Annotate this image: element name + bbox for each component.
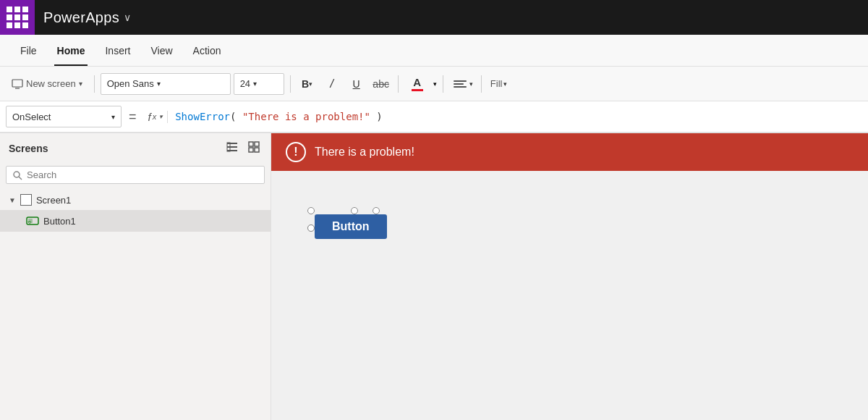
font-color-button[interactable]: A <box>404 73 430 95</box>
font-color-label: A <box>413 76 421 88</box>
svg-rect-9 <box>255 142 259 146</box>
svg-point-12 <box>14 172 20 177</box>
size-caret: ▾ <box>253 80 257 88</box>
svg-rect-0 <box>12 80 22 87</box>
screen1-label: Screen1 <box>36 195 71 206</box>
error-icon: ! <box>286 142 306 162</box>
menu-bar: File Home Insert View Action <box>0 35 868 67</box>
sidebar: Screens <box>0 133 271 420</box>
new-screen-label: New screen <box>26 78 76 89</box>
fx-button[interactable]: fx ▾ <box>144 111 169 123</box>
grid-view-icon[interactable] <box>246 139 262 157</box>
fill-caret[interactable]: ▾ <box>503 80 507 88</box>
app-title: PowerApps <box>43 9 119 26</box>
canvas[interactable]: ! There is a problem! Button <box>271 133 868 420</box>
toolbar: New screen ▾ Open Sans ▾ 24 ▾ B ▾ / U ab… <box>0 67 868 101</box>
canvas-content: Button <box>271 171 868 420</box>
underline-label: U <box>353 78 360 90</box>
screen-icon-screen1 <box>20 194 32 206</box>
fx-caret[interactable]: ▾ <box>159 113 163 120</box>
font-color-bar <box>412 89 423 91</box>
fill-label: Fill <box>490 78 503 89</box>
menu-view[interactable]: View <box>142 41 181 61</box>
top-bar: PowerApps ∨ <box>0 0 868 35</box>
canvas-button[interactable]: Button <box>315 214 387 239</box>
menu-home[interactable]: Home <box>48 41 94 61</box>
search-icon <box>12 170 22 180</box>
font-size-value: 24 <box>240 78 250 89</box>
button-widget: Button <box>307 207 380 232</box>
handle-bl[interactable] <box>307 224 315 232</box>
error-message: There is a problem! <box>315 146 414 159</box>
fx-label: f <box>148 111 151 123</box>
svg-rect-10 <box>249 148 253 152</box>
formula-space <box>236 111 242 122</box>
separator-1 <box>94 75 95 93</box>
search-input[interactable] <box>27 169 258 180</box>
italic-button[interactable]: / <box>321 73 343 95</box>
property-dropdown[interactable]: OnSelect ▾ <box>6 106 122 127</box>
new-screen-caret[interactable]: ▾ <box>79 80 82 88</box>
formula-keyword: ShowError <box>175 111 230 122</box>
formula-bar: OnSelect ▾ = fx ▾ ShowError( "There is a… <box>0 101 868 133</box>
svg-rect-8 <box>249 142 253 146</box>
sidebar-header: Screens <box>0 133 271 163</box>
error-banner: ! There is a problem! <box>271 133 868 171</box>
strikethrough-label: abc <box>373 78 389 90</box>
align-icon <box>451 77 469 91</box>
separator-2 <box>290 75 291 93</box>
sidebar-item-button1[interactable]: ⟲ Button1 <box>0 210 271 232</box>
waffle-grid <box>7 7 28 28</box>
font-size-dropdown[interactable]: 24 ▾ <box>234 73 284 95</box>
bold-button[interactable]: B ▾ <box>297 73 318 95</box>
fx-x: x <box>153 112 157 121</box>
align-button[interactable]: ▾ <box>449 73 475 95</box>
tree-area: ▼ Screen1 ⟲ Button1 <box>0 187 271 235</box>
property-caret: ▾ <box>111 113 115 121</box>
separator-5 <box>481 75 482 93</box>
font-dropdown[interactable]: Open Sans ▾ <box>101 73 231 95</box>
underline-button[interactable]: U <box>346 73 367 95</box>
handle-tr[interactable] <box>373 207 380 214</box>
align-caret: ▾ <box>469 80 473 88</box>
list-view-icon[interactable] <box>224 139 240 157</box>
tree-caret-screen1: ▼ <box>9 196 16 204</box>
property-value: OnSelect <box>12 112 51 122</box>
svg-rect-11 <box>255 148 259 152</box>
formula-input[interactable]: ShowError( "There is a problem!" ) <box>172 108 862 125</box>
new-screen-button[interactable]: New screen ▾ <box>6 75 88 92</box>
svg-line-13 <box>19 177 22 180</box>
svg-rect-5 <box>227 146 237 148</box>
separator-3 <box>398 75 399 93</box>
font-name: Open Sans <box>107 78 154 89</box>
screen-icon <box>12 79 23 89</box>
screens-title: Screens <box>9 143 48 154</box>
bold-label: B <box>302 78 309 90</box>
menu-insert[interactable]: Insert <box>96 41 139 61</box>
handle-tm[interactable] <box>351 207 358 214</box>
button-component-icon: ⟲ <box>26 214 39 227</box>
button1-label: Button1 <box>43 216 76 227</box>
canvas-button-label: Button <box>332 220 370 232</box>
handle-tl[interactable] <box>307 207 315 214</box>
search-box[interactable] <box>6 166 265 184</box>
italic-label: / <box>330 77 333 91</box>
separator-4 <box>443 75 443 93</box>
fill-button[interactable]: Fill ▾ <box>488 73 509 95</box>
font-color-caret[interactable]: ▾ <box>433 80 437 88</box>
menu-action[interactable]: Action <box>184 41 230 61</box>
title-caret[interactable]: ∨ <box>124 12 131 23</box>
main-layout: Screens <box>0 133 868 420</box>
sidebar-item-screen1[interactable]: ▼ Screen1 <box>0 190 271 210</box>
sidebar-icons <box>224 139 262 157</box>
strikethrough-button[interactable]: abc <box>370 73 392 95</box>
font-caret: ▾ <box>157 80 161 88</box>
waffle-icon[interactable] <box>0 0 35 35</box>
menu-file[interactable]: File <box>12 41 46 61</box>
svg-text:⟲: ⟲ <box>27 220 31 224</box>
formula-space2: ) <box>370 111 383 122</box>
formula-string: "There is a problem!" <box>242 111 370 122</box>
bold-caret: ▾ <box>309 80 312 88</box>
equals-sign: = <box>126 109 140 125</box>
